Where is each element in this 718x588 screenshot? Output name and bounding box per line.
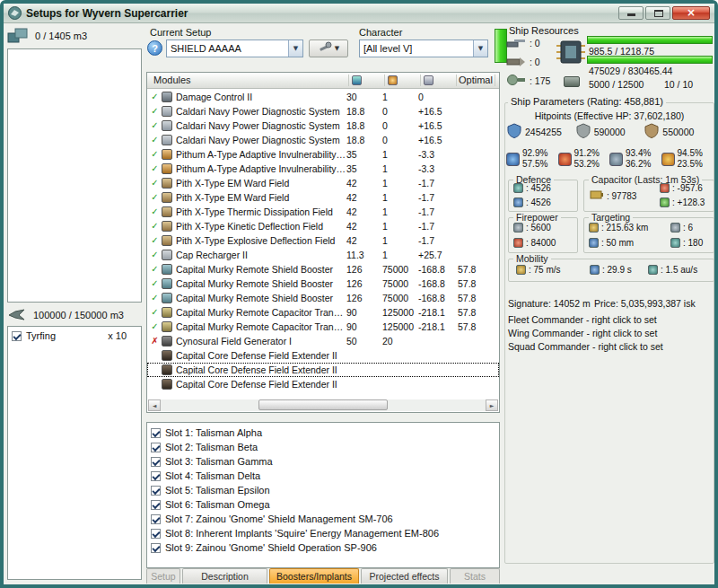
horizontal-scrollbar[interactable]: ◄ ► [148,399,498,411]
scroll-right-button[interactable]: ► [486,399,498,411]
drone-list[interactable]: Tyrfingx 10 [7,326,142,580]
module-name: Capital Murky Remote Capacitor Transmit.… [176,305,346,320]
character-combobox[interactable]: [All level V] ▼ [359,39,488,57]
module-row[interactable]: ✓Damage Control II3010 [147,90,499,104]
implant-row[interactable]: Slot 7: Zainou 'Gnome' Shield Management… [147,512,499,526]
setup-tools-button[interactable]: ▼ [309,39,348,57]
cargo-bay-header: 0 / 1405 m3 [7,27,87,45]
powergrid-column-icon[interactable] [388,75,398,85]
checkbox-checked-icon[interactable] [151,529,161,539]
module-cpu-value: 126 [346,262,382,276]
resist-explosive: 94.5%23.5% [661,148,714,170]
implant-row[interactable]: Slot 4: Talisman Delta [147,469,499,483]
rig-icon [162,364,172,375]
module-pg-value: 1 [382,190,418,205]
module-state-blank [149,363,161,377]
firepower-title: Firepower [513,212,561,223]
tab-projected-effects[interactable]: Projected effects [361,568,448,584]
titlebar[interactable]: Setups for Wyvern Supercarrier × [4,4,714,23]
module-fitted-check-icon: ✓ [149,176,161,190]
module-cpu-value: 35 [346,147,382,162]
module-pg-value: 1 [382,205,418,219]
scrollbar-thumb[interactable] [258,399,389,410]
module-optimal-value [458,219,494,233]
module-pg-value: 0 [382,104,418,118]
module-row[interactable]: ✓Capital Murky Remote Capacitor Transmit… [147,320,499,334]
optimal-column-header[interactable]: Optimal [459,75,493,85]
modules-list[interactable]: ✓Damage Control II3010✓Caldari Navy Powe… [147,90,499,399]
module-fitted-check-icon: ✓ [149,320,161,334]
module-row[interactable]: ✓Capital Murky Remote Shield Booster1267… [147,276,499,291]
shield-resist-value: 93.4% [626,148,651,159]
checkbox-checked-icon[interactable] [151,443,161,452]
cpu-column-icon[interactable] [352,75,362,85]
module-row[interactable]: ✓Pith X-Type EM Ward Field421-1.7 [147,190,499,205]
implant-row[interactable]: Slot 3: Talisman Gamma [147,454,499,469]
capacitor-column-icon[interactable] [424,75,433,85]
module-row[interactable]: ✓Pith X-Type Kinetic Deflection Field421… [147,219,499,233]
close-button[interactable]: × [672,6,710,20]
tab-boosters-implants[interactable]: Boosters/Implants [269,568,359,584]
squad-commander-slot[interactable]: Squad Commander - right click to set [508,341,663,352]
implant-row[interactable]: Slot 9: Zainou 'Gnome' Shield Operation … [147,540,499,555]
chevron-down-icon[interactable]: ▼ [473,40,487,57]
scroll-left-button[interactable]: ◄ [148,399,161,411]
checkbox-checked-icon[interactable] [151,500,161,510]
module-row[interactable]: ✓Capital Murky Remote Shield Booster1267… [147,291,499,305]
module-row[interactable]: Capital Core Defense Field Extender II [147,377,499,391]
module-row[interactable]: ✓Pith X-Type EM Ward Field421-1.7 [147,176,499,190]
module-row[interactable]: ✓Pithum A-Type Adaptive Invulnerability … [147,147,499,162]
implant-row[interactable]: Slot 1: Talisman Alpha [147,426,499,440]
shield-icon [506,123,522,140]
scrollbar-track[interactable] [161,399,486,411]
tab-description[interactable]: Description [182,568,267,584]
resist-em: 92.9%57.5% [506,148,558,170]
implant-row[interactable]: Slot 5: Talisman Epsilon [147,483,499,497]
chevron-down-icon[interactable]: ▼ [288,40,302,57]
shield-resist-value: 91.2% [574,148,600,159]
module-row[interactable]: ✓Pithum A-Type Adaptive Invulnerability … [147,162,499,176]
checkbox-checked-icon[interactable] [12,331,22,341]
minimize-button[interactable] [618,6,644,20]
drone-list-item[interactable]: Tyrfingx 10 [8,329,141,343]
module-row[interactable]: ✓Caldari Navy Power Diagnostic System18.… [147,133,499,147]
shield-resist-value: 94.5% [678,148,703,159]
fleet-commander-slot[interactable]: Fleet Commander - right click to set [508,314,657,325]
implant-label: Slot 1: Talisman Alpha [165,427,262,438]
module-row[interactable]: ✓Capital Murky Remote Capacitor Transmit… [147,305,499,320]
implant-row[interactable]: Slot 2: Talisman Beta [147,440,499,454]
checkbox-checked-icon[interactable] [151,514,161,524]
checkbox-checked-icon[interactable] [151,428,161,438]
module-row[interactable]: ✓Pith X-Type Explosive Deflection Field4… [147,233,499,248]
checkbox-checked-icon[interactable] [151,457,161,467]
help-button[interactable]: ? [147,40,162,56]
module-cap-value: +16.5 [418,118,458,133]
implants-list[interactable]: Slot 1: Talisman AlphaSlot 2: Talisman B… [146,422,500,568]
cargo-list[interactable] [7,48,142,303]
module-row[interactable]: ✓Caldari Navy Power Diagnostic System18.… [147,118,499,133]
maximize-button[interactable] [645,6,670,20]
modules-column-header[interactable]: Modules [153,75,191,85]
module-row[interactable]: ✓Capital Murky Remote Shield Booster1267… [147,262,499,276]
module-row[interactable]: Capital Core Defense Field Extender II [147,348,499,363]
module-name: Capital Murky Remote Shield Booster [176,291,346,305]
module-row[interactable]: ✓Pith X-Type Thermic Dissipation Field42… [147,205,499,219]
checkbox-checked-icon[interactable] [151,471,161,481]
module-optimal-value [458,90,494,104]
implant-row[interactable]: Slot 8: Inherent Implants 'Squire' Energ… [147,526,499,540]
drones-active-text: 10 / 10 [664,79,693,90]
checkbox-checked-icon[interactable] [151,486,161,496]
module-row[interactable]: ✓Caldari Navy Power Diagnostic System18.… [147,104,499,118]
wing-commander-slot[interactable]: Wing Commander - right click to set [508,328,657,338]
align-time-value: : 29.9 s [602,265,632,275]
powergrid-usage-text: 475029 / 830465.44 [589,66,672,76]
module-row[interactable]: ✓Cap Recharger II11.31+25.7 [147,248,499,262]
sensor-strength-value: : 180 [683,238,703,248]
module-row[interactable]: Capital Core Defense Field Extender II [147,363,499,377]
module-row[interactable]: ✗Cynosural Field Generator I5020 [147,334,499,348]
checkbox-checked-icon[interactable] [151,543,161,553]
implant-row[interactable]: Slot 6: Talisman Omega [147,497,499,512]
modules-header-row[interactable]: Modules Optimal [147,73,499,89]
setup-combobox[interactable]: SHIELD AAAAA ▼ [166,39,303,57]
implant-label: Slot 5: Talisman Epsilon [165,485,270,496]
